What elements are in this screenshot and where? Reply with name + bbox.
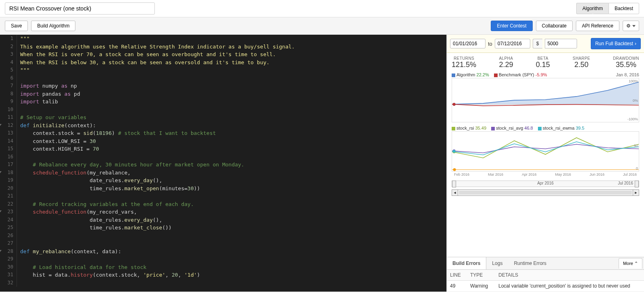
code-line[interactable] [20, 255, 446, 263]
code-line[interactable]: When the RSI is below 30, a stock can be… [20, 59, 446, 67]
returns-chart[interactable]: 100% 0% -100% [452, 78, 639, 122]
code-line[interactable]: def my_rebalance(context, data): [20, 248, 446, 256]
returns-label: RETURNS [452, 56, 476, 61]
line-number: 28 [0, 248, 13, 256]
line-number: 13 [0, 129, 13, 137]
enter-contest-button[interactable]: Enter Contest [491, 21, 532, 31]
tab-backtest[interactable]: Backtest [609, 3, 639, 14]
code-line[interactable]: schedule_function(my_record_vars, [20, 208, 446, 216]
scroll-left-button[interactable]: ◄ [452, 189, 458, 196]
algorithm-title-input[interactable] [5, 2, 155, 15]
caret-down-icon [632, 25, 636, 27]
fold-triangle-icon[interactable] [0, 124, 2, 126]
build-algorithm-button[interactable]: Build Algorithm [31, 21, 75, 31]
run-full-backtest-button[interactable]: Run Full Backtest› [591, 38, 641, 49]
code-line[interactable]: import pandas as pd [20, 90, 446, 98]
line-number: 24 [0, 216, 13, 224]
rsi-chart[interactable]: 50 0 [452, 131, 639, 172]
line-number: 26 [0, 232, 13, 240]
code-line[interactable]: date_rules.every_day(), [20, 216, 446, 224]
scroll-right-button[interactable]: ► [633, 189, 639, 196]
line-number: 12 [0, 122, 13, 130]
code-line[interactable]: When the RSI is over 70, a stock can be … [20, 50, 446, 59]
x-tick-label: Jul 2016 [623, 172, 637, 176]
y-axis-label: 100% [629, 79, 638, 83]
fold-triangle-icon[interactable] [0, 250, 2, 252]
code-line[interactable]: This example algorithm uses the Relative… [20, 43, 446, 51]
y-axis-label: 0% [633, 99, 638, 103]
x-tick-label: Jun 2016 [590, 172, 604, 176]
square-icon [452, 74, 455, 77]
code-line[interactable]: time_rules.market_open(minutes=30)) [20, 185, 446, 193]
settings-dropdown[interactable]: ⚙ [623, 21, 639, 31]
gear-icon: ⚙ [626, 23, 631, 29]
code-line[interactable]: schedule_function(my_rebalance, [20, 169, 446, 177]
line-number: 27 [0, 239, 13, 248]
code-line[interactable]: # Rebalance every day, 30 minutes hour a… [20, 161, 446, 169]
more-button[interactable]: More ⌃ [619, 258, 642, 269]
square-icon [494, 74, 498, 77]
legend-rsi-ewma: stock_rsi_ewma [543, 126, 575, 130]
scroll-thumb[interactable] [459, 191, 632, 195]
code-line[interactable]: import numpy as np [20, 82, 446, 90]
code-line[interactable]: def initialize(context): [20, 122, 446, 130]
line-number: 9 [0, 98, 13, 106]
code-line[interactable]: date_rules.every_day(), [20, 176, 446, 185]
api-reference-button[interactable]: API Reference [576, 21, 619, 31]
date-from-input[interactable] [450, 39, 486, 48]
line-number: 10 [0, 106, 13, 114]
line-number: 19 [0, 176, 13, 185]
square-icon [452, 127, 455, 130]
error-row[interactable]: 49WarningLocal variable 'current_positio… [447, 281, 644, 292]
fold-triangle-icon[interactable] [0, 171, 2, 173]
chart-cursor-date: Jan 8, 2016 [616, 72, 640, 77]
code-line[interactable]: # Setup our variables [20, 113, 446, 122]
code-line[interactable]: # Load historical data for the stock [20, 263, 446, 271]
save-button[interactable]: Save [5, 21, 28, 31]
code-line[interactable] [20, 106, 446, 114]
legend-rsi-avg: stock_rsi_avg [496, 126, 523, 130]
sharpe-label: SHARPE [573, 56, 590, 61]
collaborate-button[interactable]: Collaborate [536, 21, 573, 31]
errors-table: LINE TYPE DETAILS 49WarningLocal variabl… [447, 270, 644, 292]
code-line[interactable]: context.stock = sid(18196) # stock that … [20, 129, 446, 137]
scroll-track[interactable] [458, 189, 633, 196]
code-line[interactable] [20, 279, 446, 287]
time-range-slider[interactable]: Apr 2016 Jul 2016 [452, 181, 639, 187]
fold-triangle-icon[interactable] [0, 210, 2, 212]
code-line[interactable]: hist = data.history(context.stock, 'pric… [20, 271, 446, 279]
returns-value: 121.5% [452, 61, 476, 69]
tab-algorithm[interactable]: Algorithm [576, 3, 609, 14]
code-line[interactable] [20, 239, 446, 248]
y-axis-label: -100% [627, 117, 638, 121]
tab-build-errors[interactable]: Build Errors [447, 257, 486, 269]
line-number: 17 [0, 161, 13, 169]
slider-right-label: Jul 2016 [618, 181, 633, 185]
date-to-input[interactable] [495, 39, 530, 48]
error-cell-type: Warning [467, 281, 495, 292]
line-number: 21 [0, 192, 13, 200]
capital-input[interactable] [545, 39, 577, 48]
code-line[interactable] [20, 74, 446, 82]
y-axis-label: 0 [636, 166, 638, 170]
code-line[interactable]: import talib [20, 98, 446, 106]
svg-point-6 [453, 150, 456, 153]
code-line[interactable]: """ [20, 35, 446, 43]
code-line[interactable]: context.LOW_RSI = 30 [20, 137, 446, 145]
legend-benchmark-value: -5.9% [536, 72, 547, 77]
code-editor[interactable]: 1234567891011121314151617181920212223242… [0, 35, 446, 292]
tab-runtime-errors[interactable]: Runtime Errors [508, 257, 552, 269]
code-line[interactable] [20, 153, 446, 161]
code-line[interactable]: time_rules.market_close()) [20, 224, 446, 232]
code-line[interactable]: # Record tracking variables at the end o… [20, 200, 446, 208]
code-line[interactable] [20, 192, 446, 200]
col-details: DETAILS [495, 270, 644, 281]
beta-label: BETA [536, 56, 550, 61]
tab-logs[interactable]: Logs [486, 257, 508, 269]
code-line[interactable]: """ [20, 66, 446, 74]
code-line[interactable] [20, 232, 446, 240]
code-line[interactable]: context.HIGH_RSI = 70 [20, 145, 446, 153]
error-cell-line: 49 [447, 281, 467, 292]
line-number: 11 [0, 113, 13, 122]
slider-handle-right[interactable] [635, 181, 639, 187]
